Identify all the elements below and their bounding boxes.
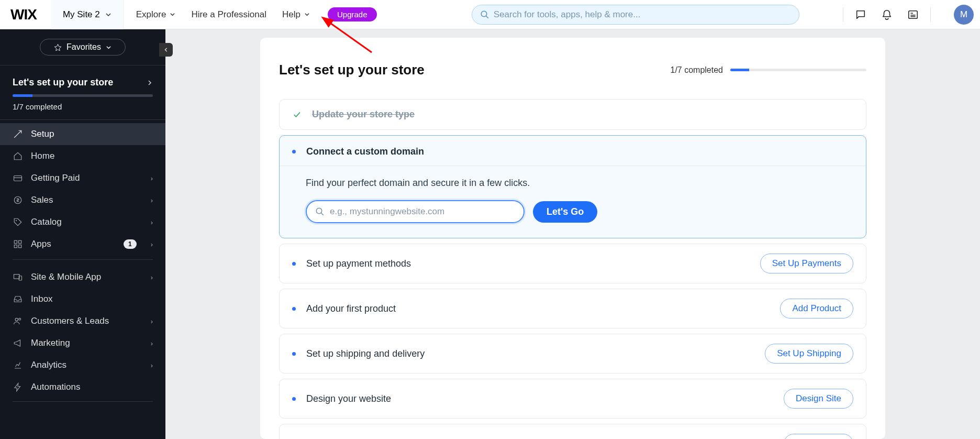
- domain-input[interactable]: [330, 206, 515, 217]
- global-search-input[interactable]: [494, 9, 791, 20]
- site-switcher[interactable]: My Site 2: [51, 0, 124, 29]
- step-title: Update your store type: [312, 109, 853, 120]
- nav-hire-label: Hire a Professional: [191, 9, 266, 20]
- chevron-left-icon: [163, 47, 169, 52]
- page-title: Let's set up your store: [279, 62, 425, 78]
- progress-row: 1/7 completed: [670, 65, 866, 75]
- divider: [843, 7, 843, 22]
- main-content: Let's set up your store 1/7 completed Up…: [165, 29, 980, 439]
- setup-icon: [13, 129, 23, 139]
- sidebar-item-setup[interactable]: Setup: [0, 123, 165, 145]
- sidebar-item-automations[interactable]: Automations: [0, 376, 165, 398]
- step-payment-methods[interactable]: Set up payment methods Set Up Payments: [279, 244, 866, 283]
- sidebar-item-label: Site & Mobile App: [31, 272, 101, 282]
- sidebar-item-label: Analytics: [31, 360, 66, 370]
- sidebar-setup-title: Let's set up your store: [13, 77, 113, 88]
- domain-search[interactable]: [306, 200, 525, 223]
- bullet-icon: [292, 397, 296, 401]
- sidebar-item-analytics[interactable]: Analytics ›: [0, 354, 165, 376]
- sidebar-item-sales[interactable]: Sales ›: [0, 189, 165, 211]
- collapse-sidebar-button[interactable]: [159, 43, 173, 57]
- chevron-down-icon: [106, 45, 112, 50]
- star-icon: [54, 43, 62, 51]
- svg-rect-13: [14, 245, 17, 248]
- news-icon[interactable]: [907, 9, 919, 20]
- svg-point-19: [316, 208, 322, 214]
- step-description: Find your perfect domain and secure it i…: [306, 178, 840, 189]
- upgrade-button[interactable]: Upgrade: [328, 7, 377, 21]
- svg-rect-11: [14, 240, 17, 243]
- sidebar-item-label: Setup: [31, 129, 54, 139]
- svg-rect-12: [19, 240, 21, 243]
- site-name: My Site 2: [63, 9, 100, 20]
- chevron-right-icon: ›: [151, 339, 153, 347]
- avatar-initial: M: [960, 9, 967, 20]
- nav-explore[interactable]: Explore: [136, 9, 176, 20]
- get-started-button[interactable]: Get Started: [784, 434, 853, 439]
- bullet-icon: [292, 262, 296, 266]
- sidebar-item-label: Apps: [31, 239, 51, 249]
- svg-point-10: [16, 220, 17, 221]
- sidebar-setup-section[interactable]: Let's set up your store 1/7 completed: [0, 65, 165, 111]
- sidebar-item-site-mobile[interactable]: Site & Mobile App ›: [0, 266, 165, 288]
- set-up-shipping-button[interactable]: Set Up Shipping: [765, 344, 853, 364]
- sidebar: Favorites Let's set up your store 1/7 co…: [0, 29, 165, 439]
- step-google[interactable]: Get found by customers on Google Get Sta…: [279, 424, 866, 439]
- grid-icon: [13, 239, 23, 249]
- top-bar: WIX My Site 2 Explore Hire a Professiona…: [0, 0, 980, 29]
- top-icons: [855, 9, 919, 20]
- wix-logo[interactable]: WIX: [10, 6, 37, 23]
- sidebar-item-label: Catalog: [31, 217, 62, 227]
- global-search[interactable]: [472, 5, 799, 25]
- svg-rect-7: [14, 176, 22, 181]
- chart-icon: [13, 360, 23, 370]
- chevron-right-icon: ›: [151, 273, 153, 281]
- nav-hire[interactable]: Hire a Professional: [191, 9, 266, 20]
- progress-bar: [730, 69, 866, 71]
- sidebar-item-label: Getting Paid: [31, 173, 80, 183]
- sidebar-item-getting-paid[interactable]: Getting Paid ›: [0, 167, 165, 189]
- chat-icon[interactable]: [855, 9, 866, 20]
- divider: [930, 7, 931, 22]
- search-icon: [315, 207, 325, 216]
- megaphone-icon: [13, 338, 23, 348]
- card-icon: [13, 173, 23, 183]
- check-icon: [292, 110, 302, 119]
- step-title: Set up shipping and delivery: [306, 348, 754, 359]
- search-icon: [480, 10, 489, 19]
- nav-help[interactable]: Help: [282, 9, 310, 20]
- step-shipping[interactable]: Set up shipping and delivery Set Up Ship…: [279, 334, 866, 374]
- devices-icon: [13, 272, 23, 282]
- sidebar-item-apps[interactable]: Apps 1 ›: [0, 233, 165, 255]
- lets-go-button[interactable]: Let's Go: [533, 201, 597, 223]
- svg-point-17: [15, 318, 18, 321]
- step-design-website[interactable]: Design your website Design Site: [279, 379, 866, 419]
- sidebar-item-label: Inbox: [31, 294, 53, 304]
- step-title: Set up payment methods: [306, 258, 750, 269]
- step-connect-domain: Connect a custom domain Find your perfec…: [279, 135, 866, 238]
- bullet-icon: [292, 150, 296, 153]
- svg-line-1: [486, 16, 488, 18]
- step-title: Add your first product: [306, 303, 770, 314]
- setup-card: Let's set up your store 1/7 completed Up…: [260, 38, 885, 439]
- sidebar-item-catalog[interactable]: Catalog ›: [0, 211, 165, 233]
- step-update-store-type[interactable]: Update your store type: [279, 99, 866, 130]
- favorites-label: Favorites: [66, 42, 101, 52]
- chevron-right-icon: ›: [151, 240, 153, 248]
- sidebar-item-label: Sales: [31, 195, 53, 205]
- apps-badge: 1: [124, 239, 137, 249]
- step-add-product[interactable]: Add your first product Add Product: [279, 289, 866, 328]
- sidebar-menu-2: Site & Mobile App › Inbox Customers & Le…: [0, 266, 165, 398]
- chevron-right-icon: ›: [151, 361, 153, 369]
- sidebar-item-marketing[interactable]: Marketing ›: [0, 332, 165, 354]
- add-product-button[interactable]: Add Product: [780, 299, 853, 319]
- bolt-icon: [13, 382, 23, 392]
- favorites-button[interactable]: Favorites: [40, 39, 126, 56]
- sidebar-item-customers[interactable]: Customers & Leads ›: [0, 310, 165, 332]
- sidebar-item-home[interactable]: Home: [0, 145, 165, 167]
- bell-icon[interactable]: [881, 9, 893, 20]
- design-site-button[interactable]: Design Site: [784, 389, 853, 409]
- avatar[interactable]: M: [954, 5, 974, 25]
- set-up-payments-button[interactable]: Set Up Payments: [760, 254, 853, 273]
- sidebar-item-inbox[interactable]: Inbox: [0, 288, 165, 310]
